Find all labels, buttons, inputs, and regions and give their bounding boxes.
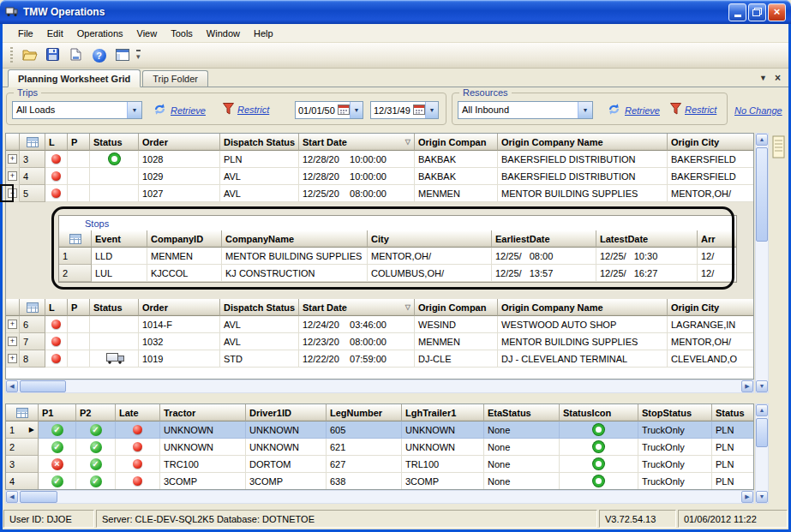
table-row[interactable]: 1▶UNKNOWNUNKNOWN605UNKNOWNNoneTruckOnlyP… xyxy=(6,421,753,439)
collapse-button[interactable]: − xyxy=(8,188,17,198)
cell[interactable]: 1032 xyxy=(139,333,220,350)
scroll-down-icon[interactable]: ▼ xyxy=(756,380,768,392)
column-header-start-date[interactable]: Start Date▽ xyxy=(299,134,415,151)
cell[interactable]: 1 xyxy=(59,248,92,265)
column-header-origin-compan[interactable]: Origin Compan xyxy=(415,134,498,151)
column-header-legnumber[interactable]: LegNumber xyxy=(327,404,402,421)
cell[interactable]: 5 xyxy=(20,185,45,202)
cell[interactable]: UNKNOWN xyxy=(160,439,246,456)
column-header-p[interactable]: P xyxy=(68,134,90,151)
cell[interactable] xyxy=(560,456,638,473)
cell[interactable] xyxy=(39,421,76,439)
cell[interactable]: TruckOnly xyxy=(638,456,712,473)
column-header-companyname[interactable]: CompanyName xyxy=(222,230,368,248)
cell[interactable] xyxy=(39,473,76,490)
cell[interactable]: 3COMP xyxy=(246,473,327,490)
menu-item-file[interactable]: File xyxy=(11,26,40,41)
column-header-event[interactable]: Event xyxy=(92,230,147,248)
orders-horizontal-scrollbar[interactable]: ◀ ▶ xyxy=(5,380,754,393)
cell[interactable]: 12/25/ 08:00 xyxy=(492,248,596,265)
column-header-corner[interactable] xyxy=(6,404,39,421)
cell[interactable]: 4 xyxy=(20,168,45,185)
column-header-p1[interactable]: P1 xyxy=(39,404,76,421)
cell[interactable]: 12/25/ 16:27 xyxy=(596,265,698,282)
cell[interactable]: TRL100 xyxy=(402,456,484,473)
column-header-corner[interactable] xyxy=(6,134,20,151)
cell[interactable] xyxy=(116,473,160,490)
cell[interactable]: BAKBAK xyxy=(415,168,498,185)
app-icon[interactable] xyxy=(5,4,19,20)
column-header-late[interactable]: Late xyxy=(116,404,160,421)
cell[interactable]: 2 xyxy=(6,439,39,456)
cell[interactable]: 638 xyxy=(327,473,402,490)
cell[interactable] xyxy=(68,168,90,185)
column-header-origin-company-name[interactable]: Origin Company Name xyxy=(498,299,668,316)
column-header-dispatch-status[interactable]: Dispatch Status xyxy=(220,134,299,151)
column-header-earliestdate[interactable]: EarliestDate xyxy=(492,230,596,248)
cell[interactable]: MENTOR BUILDING SUPPLIES xyxy=(498,185,668,202)
cell[interactable] xyxy=(560,473,638,490)
cell[interactable]: AVL xyxy=(220,185,299,202)
cell[interactable] xyxy=(90,168,139,185)
cell[interactable] xyxy=(39,439,76,456)
title-bar[interactable]: TMW Operations × xyxy=(0,0,791,24)
cell[interactable]: 2 xyxy=(59,265,92,282)
column-header-tractor[interactable]: Tractor xyxy=(160,404,246,421)
open-button[interactable] xyxy=(19,45,40,66)
trips-retrieve-link[interactable]: Retrieve xyxy=(153,103,206,117)
cell[interactable]: BAKERSFIELD xyxy=(668,168,754,185)
resources-retrieve-link[interactable]: Retrieve xyxy=(607,103,660,117)
cell[interactable]: KJ CONSTRUCTION xyxy=(222,265,368,282)
tab-list-dropdown-icon[interactable]: ▼ xyxy=(759,74,767,82)
column-header-origin-city[interactable]: Origin City xyxy=(668,134,754,151)
cell[interactable] xyxy=(90,333,139,350)
cell[interactable] xyxy=(45,333,68,350)
column-header-lghtrailer1[interactable]: LghTrailer1 xyxy=(402,404,484,421)
cell[interactable]: 12/ xyxy=(698,265,737,282)
table-row[interactable]: +31028PLN12/28/20 10:00:00BAKBAKBAKERSFI… xyxy=(6,151,753,168)
menu-item-view[interactable]: View xyxy=(130,26,165,41)
column-header-status[interactable]: Status xyxy=(712,404,754,421)
cell[interactable] xyxy=(45,151,68,168)
cell[interactable]: 12/ xyxy=(698,248,737,265)
expand-button[interactable]: + xyxy=(8,337,17,346)
cell[interactable]: 1019 xyxy=(139,350,220,368)
cell[interactable]: LAGRANGE,IN xyxy=(668,316,754,333)
cell[interactable]: 7 xyxy=(20,333,45,350)
cell[interactable]: BAKERSFIELD DISTRIBUTION xyxy=(498,168,668,185)
minimize-button[interactable] xyxy=(728,3,746,21)
cell[interactable] xyxy=(116,421,160,439)
cell[interactable]: UNKNOWN xyxy=(402,439,484,456)
cell[interactable]: 1029 xyxy=(139,168,220,185)
cell[interactable]: 1027 xyxy=(139,185,220,202)
column-header-latestdate[interactable]: LatestDate xyxy=(596,230,698,248)
column-header-origin-compan[interactable]: Origin Compan xyxy=(415,299,498,316)
column-header-city[interactable]: City xyxy=(368,230,492,248)
cell[interactable]: 12/25/ 10:30 xyxy=(596,248,698,265)
table-row[interactable]: 43COMP3COMP6383COMPNoneTruckOnlyPLN xyxy=(6,473,753,490)
start-date-field[interactable]: 01/01/50 ▼ xyxy=(295,101,363,119)
resources-horizontal-scrollbar[interactable]: ◀ ▶ xyxy=(5,490,754,504)
end-date-field[interactable]: 12/31/49 ▼ xyxy=(370,101,439,119)
cell[interactable] xyxy=(68,151,90,168)
cell[interactable] xyxy=(560,421,638,439)
cell[interactable]: BAKERSFIELD xyxy=(668,151,754,168)
trips-restrict-link[interactable]: Restrict xyxy=(223,103,269,117)
cell[interactable]: COLUMBUS,OH/ xyxy=(368,265,492,282)
cell[interactable]: LLD xyxy=(92,248,147,265)
trips-filter-combobox[interactable]: All Loads ▼ xyxy=(12,101,142,119)
scroll-right-icon[interactable]: ▶ xyxy=(741,491,753,503)
table-row[interactable]: +71032AVL12/23/20 08:00:00MENMENMENTOR B… xyxy=(6,333,753,350)
scroll-thumb[interactable] xyxy=(756,147,768,242)
cell[interactable] xyxy=(90,151,139,168)
scroll-left-icon[interactable]: ◀ xyxy=(6,491,18,503)
scroll-left-icon[interactable]: ◀ xyxy=(6,380,18,392)
cell[interactable] xyxy=(45,316,68,333)
cell[interactable] xyxy=(45,168,68,185)
menu-item-tools[interactable]: Tools xyxy=(164,26,200,41)
cell[interactable]: UNKNOWN xyxy=(402,421,484,439)
cell[interactable] xyxy=(76,421,116,439)
cell[interactable]: KJCCOL xyxy=(147,265,222,282)
cell[interactable] xyxy=(39,456,76,473)
cell[interactable] xyxy=(560,439,638,456)
